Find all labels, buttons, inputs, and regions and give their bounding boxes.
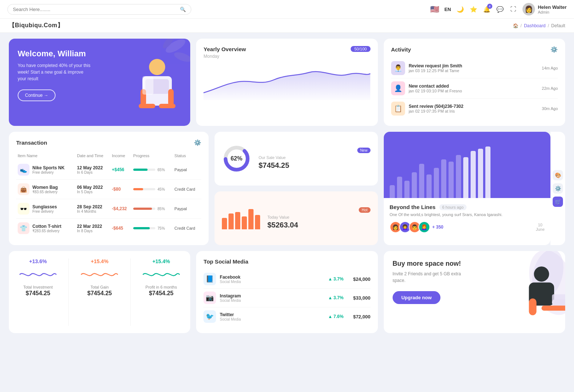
beyond-bar (456, 155, 461, 198)
notification-badge: 4 (487, 4, 492, 9)
activity-settings-icon[interactable]: ⚙️ (550, 46, 558, 53)
tx-name-0: Nike Sports NK (32, 165, 64, 170)
activity-name-0: Review request jim Smith (409, 63, 538, 68)
flag-icon[interactable]: 🇺🇸 (430, 5, 439, 14)
social-text-1: Instagram Social Media (220, 293, 241, 303)
chat-icon[interactable]: 💬 (496, 5, 504, 13)
social-text-2: Twitter Social Media (220, 312, 241, 321)
activity-text-1: New contact added jan 02 19 03:10 PM at … (409, 84, 538, 93)
tx-progress-0: 65% (132, 160, 173, 180)
tx-income-2: -$4,232 (110, 199, 132, 219)
col-income: Income (110, 151, 132, 160)
beyond-date: 10 June (536, 223, 545, 232)
social-change-0: ▲ 3.7% (245, 276, 350, 282)
activity-text-2: Sent review (504)236-7302 jan 02 19 07:3… (409, 104, 538, 113)
avatar-count: + 350 (432, 225, 443, 230)
sale-column: 62% New Our Sale Value $7454.25 Hot Toda… (215, 132, 378, 245)
nav-icons: 🇺🇸 EN 🌙 ⭐ 🔔 4 💬 ⛶ 👩 Helen Walter Admin (430, 3, 567, 15)
beyond-desc: One Of the world,s brightest, young surf… (390, 212, 545, 217)
star-icon[interactable]: ⭐ (470, 5, 478, 13)
col-progress: Progress (132, 151, 173, 160)
transaction-card: Transaction ⚙️ Item Name Date and Time I… (9, 132, 209, 245)
today-value-card: Hot Today Value $5263.04 (215, 191, 378, 245)
table-row: 👜 Women Bag ₹83.65 delivery 06 May 2022 … (16, 180, 201, 199)
beyond-bar (471, 151, 476, 198)
social-icon-1: 📷 (203, 292, 216, 304)
upgrade-button[interactable]: Upgrade now (393, 291, 440, 304)
tx-status-1: Credit Card (173, 180, 201, 199)
today-value-amount: $5263.04 (267, 221, 371, 229)
sale-value-label: Our Sale Value (259, 155, 371, 160)
activity-card: Activity ⚙️ 👨‍💼 Review request jim Smith… (384, 39, 565, 126)
activity-time-0: 14m Ago (542, 66, 558, 70)
stat-gain-pct: +15.4% (91, 258, 109, 264)
paint-icon[interactable]: 🎨 (553, 170, 563, 180)
fullscreen-icon[interactable]: ⛶ (509, 5, 517, 13)
today-bar (235, 212, 240, 229)
search-input[interactable] (13, 7, 177, 12)
svg-rect-9 (159, 104, 176, 108)
notification-icon[interactable]: 🔔 4 (483, 5, 491, 13)
cart-icon[interactable]: 🛒 (553, 197, 563, 207)
tx-icon-0: 👟 (18, 164, 29, 176)
activity-time-1: 22m Ago (542, 86, 558, 91)
activity-thumb-2: 📋 (391, 102, 405, 116)
beyond-bar-chart (384, 132, 550, 198)
activity-name-2: Sent review (504)236-7302 (409, 104, 538, 109)
transaction-table: Item Name Date and Time Income Progress … (16, 151, 201, 238)
sale-badge: New (357, 148, 371, 153)
tx-progress-2: 85% (132, 199, 173, 219)
user-name: Helen Walter (538, 4, 567, 10)
row2: Transaction ⚙️ Item Name Date and Time I… (0, 132, 574, 251)
stat-gain-value: $7454.25 (87, 290, 112, 297)
table-row: 👟 Nike Sports NK Free delivery 12 May 20… (16, 160, 201, 180)
today-bar (228, 213, 234, 229)
wave-profit (139, 267, 183, 282)
beyond-content: Beyond the Lines 6 hours ago One Of the … (384, 198, 550, 239)
stat-divider-2 (130, 258, 131, 326)
search-bar[interactable]: 🔍 (7, 4, 191, 15)
dark-mode-icon[interactable]: 🌙 (456, 5, 464, 13)
tx-date-3: 22 Mar 2022 In 8 Days (75, 219, 110, 238)
welcome-card: Welcome, William You have completed 40% … (9, 39, 190, 126)
welcome-title: Welcome, William (18, 49, 181, 59)
beyond-avatars: 👩 👩‍🦱 👨 👩‍🦰 + 350 (390, 221, 443, 233)
yearly-title: Yearly Overview (203, 46, 246, 52)
yearly-subtitle: Monday (203, 54, 370, 59)
beyond-bar (412, 172, 417, 198)
col-status: Status (173, 151, 201, 160)
social-icon-2: 🐦 (203, 310, 216, 323)
beyond-bar (404, 181, 410, 198)
social-text-0: Facebook Social Media (220, 275, 241, 284)
welcome-subtitle: You have completed 40% of your this week… (18, 62, 91, 82)
activity-thumb-0: 👨‍💼 (391, 61, 405, 75)
stat-investment-pct: +13.6% (29, 258, 47, 264)
social-change-2: ▲ 7.6% (245, 314, 350, 319)
stat-gain: +15.4% Total Gain $7454.25 (78, 258, 121, 326)
beyond-bar (419, 164, 424, 198)
today-bar-chart (222, 207, 260, 229)
activity-thumb-1: 👤 (391, 81, 405, 95)
sale-value-amount: $7454.25 (259, 161, 371, 170)
row3: +13.6% Total Investment $7454.25 +15.4% … (0, 251, 574, 339)
yearly-badge: 50/100 (351, 46, 371, 52)
breadcrumb-dashboard[interactable]: Dashboard (524, 23, 546, 28)
tx-item-0: 👟 Nike Sports NK Free delivery (16, 160, 75, 180)
tx-item-3: 👕 Cotton T-shirt ₹283.65 delivery (16, 219, 75, 238)
settings-icon[interactable]: ⚙️ (553, 183, 563, 194)
tx-date-2: 28 Sep 2022 In 4 Months (75, 199, 110, 219)
svg-rect-20 (552, 294, 565, 305)
today-bar (222, 218, 227, 229)
tx-date-1: 06 May 2022 In 5 Days (75, 180, 110, 199)
col-item: Item Name (16, 151, 75, 160)
continue-button[interactable]: Continue → (18, 89, 56, 101)
language-label[interactable]: EN (444, 7, 451, 12)
user-avatar: 👩 (522, 3, 535, 15)
activity-text-0: Review request jim Smith jan 03 19 12:25… (409, 63, 538, 73)
user-menu[interactable]: 👩 Helen Walter Admin (522, 3, 567, 15)
tx-icon-1: 👜 (18, 183, 29, 195)
transaction-settings-icon[interactable]: ⚙️ (194, 139, 201, 146)
breadcrumb: 🏠 / Dashboard / Default (513, 23, 565, 28)
social-amount-0: $24,000 (353, 276, 371, 282)
social-amount-1: $33,000 (353, 295, 371, 301)
